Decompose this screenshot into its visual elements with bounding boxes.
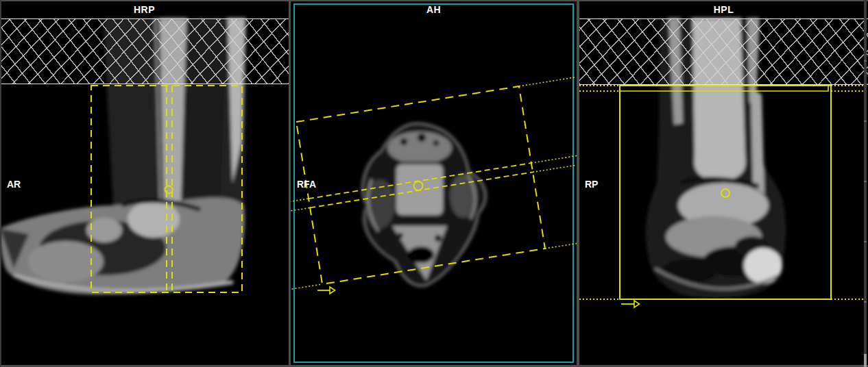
- center-circle-marker-icon[interactable]: [721, 189, 730, 197]
- scroll-notch: [864, 60, 867, 62]
- orientation-label-axial: RFA: [297, 179, 316, 190]
- viewport-axial[interactable]: AH RFA: [291, 0, 577, 367]
- center-circle-marker-icon[interactable]: [414, 181, 423, 190]
- slab-dotted-extension-left: [291, 199, 309, 205]
- center-circle-marker-icon[interactable]: [165, 186, 173, 194]
- orientation-label-sagittal: AR: [7, 179, 21, 190]
- scroll-notch: [864, 121, 867, 122]
- slab-dotted-extension-right2: [533, 164, 577, 172]
- panel-separator: [289, 0, 291, 367]
- box-top-dotted-extension: [519, 77, 577, 86]
- mri-planning-screen: HRP AR: [0, 0, 868, 367]
- scroll-thumb[interactable]: [864, 354, 867, 367]
- outer-frame-top: [0, 0, 868, 1]
- slab-upper-line[interactable]: [309, 163, 531, 199]
- axial-plan-overlay: [291, 0, 577, 367]
- outer-frame-left: [0, 0, 1, 367]
- right-scroll-track[interactable]: [864, 0, 867, 367]
- sagittal-plan-overlay: [0, 0, 289, 367]
- direction-arrow-icon: [621, 301, 640, 307]
- scroll-notch: [864, 301, 867, 303]
- scroll-notch: [864, 241, 867, 242]
- box-bottom-dotted-extension-right: [545, 240, 577, 249]
- scroll-notch: [864, 181, 867, 182]
- slab-lower-line[interactable]: [310, 172, 533, 207]
- viewport-coronal[interactable]: HPL RP: [579, 0, 868, 367]
- box-bottom-dotted-extension-left: [291, 284, 322, 290]
- slab-dotted-extension-left2: [291, 207, 310, 214]
- direction-arrow-icon: [317, 287, 335, 294]
- panel-title-axial: AH: [291, 4, 577, 15]
- second-stack-line[interactable]: [620, 86, 828, 91]
- orientation-label-coronal: RP: [585, 179, 598, 190]
- solid-plan-box[interactable]: [620, 86, 831, 299]
- panel-title-sagittal: HRP: [0, 4, 289, 15]
- slab-dotted-extension-right: [531, 155, 577, 163]
- panel-title-coronal: HPL: [579, 4, 868, 15]
- viewport-sagittal[interactable]: HRP AR: [0, 0, 289, 367]
- panel-separator: [577, 0, 579, 367]
- rotated-plan-dashed-box[interactable]: [296, 86, 545, 284]
- coronal-plan-overlay: [579, 0, 868, 367]
